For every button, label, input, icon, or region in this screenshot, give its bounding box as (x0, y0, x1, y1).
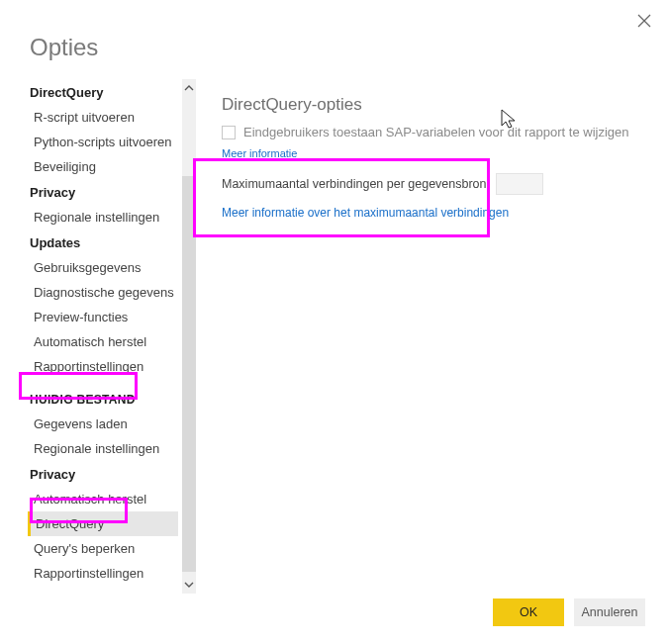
max-connections-input[interactable] (496, 173, 543, 195)
sidebar-item-report2[interactable]: Rapportinstellingen (28, 561, 178, 586)
sidebar-item-security[interactable]: Beveiliging (28, 154, 178, 179)
chevron-up-icon (184, 83, 194, 93)
max-connections-label: Maximumaantal verbindingen per gegevensb… (222, 177, 490, 191)
sidebar-item-diagnostics[interactable]: Diagnostische gegevens (28, 280, 178, 305)
more-info-link-short[interactable]: Meer informatie (222, 147, 297, 159)
sidebar-item-usage[interactable]: Gebruiksgegevens (28, 255, 178, 280)
sap-variables-row[interactable]: Eindgebruikers toestaan SAP-variabelen v… (222, 125, 647, 139)
section-heading: DirectQuery-opties (222, 95, 647, 115)
checkbox-label: Eindgebruikers toestaan SAP-variabelen v… (243, 125, 629, 139)
sidebar-head-privacy[interactable]: Privacy (28, 179, 178, 205)
close-button[interactable] (633, 10, 655, 32)
sidebar: DirectQuery R-script uitvoeren Python-sc… (28, 79, 178, 594)
sidebar-item-autorecover2[interactable]: Automatisch herstel (28, 487, 178, 511)
sidebar-item-regional2[interactable]: Regionale instellingen (28, 436, 178, 461)
chevron-down-icon (184, 580, 194, 590)
sidebar-head-updates[interactable]: Updates (28, 230, 178, 255)
cursor-icon (498, 108, 520, 130)
dialog-body: DirectQuery R-script uitvoeren Python-sc… (28, 79, 647, 594)
sidebar-scrollbar[interactable] (182, 79, 196, 594)
cancel-button[interactable]: Annuleren (574, 598, 645, 626)
sidebar-item-dataload[interactable]: Gegevens laden (28, 412, 178, 436)
scroll-thumb[interactable] (182, 176, 196, 572)
sidebar-section-current-file: HUIDIG BESTAND (28, 379, 178, 412)
sidebar-head-directquery[interactable]: DirectQuery (28, 79, 178, 105)
options-dialog: Opties DirectQuery R-script uitvoeren Py… (0, 0, 669, 644)
dialog-title: Opties (30, 34, 647, 61)
ok-button[interactable]: OK (493, 598, 564, 626)
sidebar-item-python[interactable]: Python-scripts uitvoeren (28, 130, 178, 154)
checkbox-sap-variables[interactable] (222, 126, 236, 139)
sidebar-item-autorecover[interactable]: Automatisch herstel (28, 329, 178, 354)
sidebar-item-regional[interactable]: Regionale instellingen (28, 205, 178, 230)
scroll-up-button[interactable] (182, 79, 196, 97)
sidebar-head-privacy2[interactable]: Privacy (28, 461, 178, 487)
close-icon (637, 14, 651, 28)
sidebar-item-restrict-queries[interactable]: Query's beperken (28, 536, 178, 561)
more-info-max-connections-link[interactable]: Meer informatie over het maximumaantal v… (222, 206, 509, 220)
dialog-footer: OK Annuleren (493, 598, 645, 626)
sidebar-item-report[interactable]: Rapportinstellingen (28, 354, 178, 379)
sidebar-item-preview[interactable]: Preview-functies (28, 305, 178, 329)
scroll-down-button[interactable] (182, 576, 196, 594)
sidebar-item-rscript[interactable]: R-script uitvoeren (28, 105, 178, 130)
max-connections-row: Maximumaantal verbindingen per gegevensb… (222, 173, 647, 195)
content-panel: DirectQuery-opties Eindgebruikers toesta… (196, 79, 647, 594)
sidebar-item-directquery-current[interactable]: DirectQuery (28, 511, 178, 536)
sidebar-container: DirectQuery R-script uitvoeren Python-sc… (28, 79, 196, 594)
